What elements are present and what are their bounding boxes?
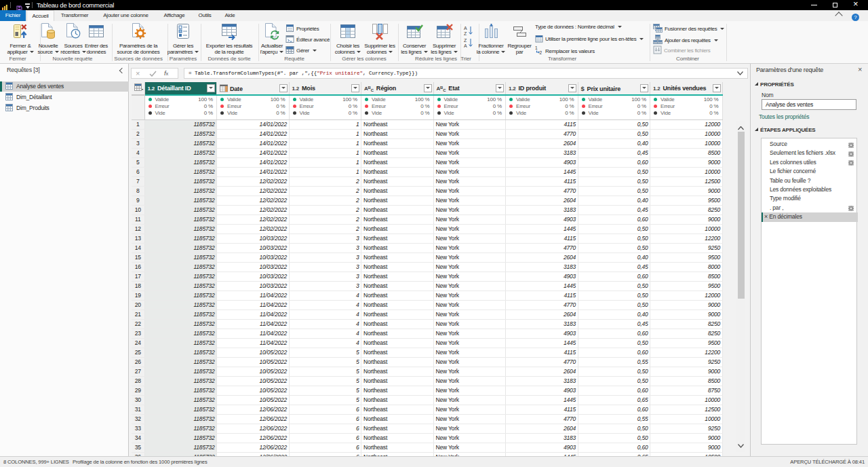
svg-text:Z: Z <box>464 31 467 36</box>
svg-text:A: A <box>464 26 467 31</box>
svg-text:1: 1 <box>535 45 538 50</box>
svg-text:2: 2 <box>540 50 542 55</box>
svg-text:A: A <box>464 43 467 48</box>
svg-text:Z: Z <box>464 38 467 43</box>
